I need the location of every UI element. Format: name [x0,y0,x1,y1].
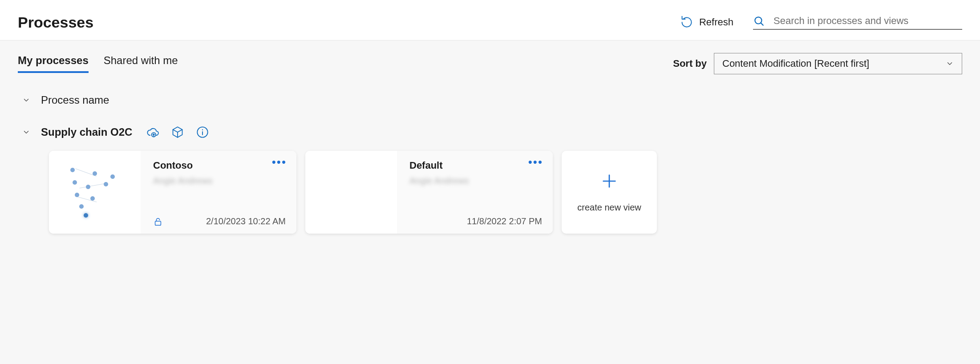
view-thumbnail [305,151,397,234]
view-date: 11/8/2022 2:07 PM [467,216,542,226]
search-field[interactable] [753,15,962,30]
sort-selected-value: Content Modification [Recent first] [722,58,869,69]
refresh-label: Refresh [699,16,733,28]
sort-control: Sort by Content Modification [Recent fir… [673,53,962,74]
page-title: Processes [18,14,93,31]
cloud-upload-icon[interactable] [146,126,159,138]
section-process-name-label: Process name [41,94,109,106]
create-new-view-button[interactable]: create new view [562,151,657,234]
process-name: Supply chain O2C [41,126,132,138]
refresh-icon [680,16,693,28]
tab-shared-with-me[interactable]: Shared with me [104,54,178,73]
view-card[interactable]: ••• Default Angie Andrews 11/8/2022 2:07… [305,151,553,234]
view-card-footer: 11/8/2022 2:07 PM [409,216,542,226]
view-title: Contoso [153,160,286,171]
tab-my-processes[interactable]: My processes [18,54,89,73]
svg-rect-7 [155,221,161,225]
package-icon[interactable] [171,126,184,138]
chevron-down-icon [22,96,30,104]
section-process-name[interactable]: Process name [18,94,962,106]
view-thumbnail [49,151,141,234]
view-card[interactable]: ••• Contoso Angie Andrews 2/10/2023 10:2… [49,151,296,234]
view-author: Angie Andrews [153,176,286,186]
sort-label: Sort by [673,58,707,69]
view-date: 2/10/2023 10:22 AM [206,216,286,226]
chevron-down-icon [22,128,30,136]
view-card-footer: 2/10/2023 10:22 AM [153,216,286,226]
refresh-button[interactable]: Refresh [680,16,733,28]
view-cards: ••• Contoso Angie Andrews 2/10/2023 10:2… [18,151,962,234]
view-author: Angie Andrews [409,176,542,186]
page-header: Processes Refresh [0,0,980,40]
info-icon[interactable] [196,126,209,138]
tabs-row: My processes Shared with me Sort by Cont… [18,53,962,74]
process-map-icon [61,163,128,221]
create-new-view-label: create new view [577,202,641,213]
sort-select[interactable]: Content Modification [Recent first] [714,53,962,74]
page-body: My processes Shared with me Sort by Cont… [0,40,980,364]
svg-point-6 [202,129,203,130]
view-card-meta: ••• Default Angie Andrews 11/8/2022 2:07… [397,151,553,234]
search-icon [753,15,765,27]
process-row-actions [146,126,209,138]
chevron-down-icon [946,60,954,68]
card-more-button[interactable]: ••• [528,160,543,164]
process-group-row[interactable]: Supply chain O2C [18,126,962,138]
tabs: My processes Shared with me [18,54,178,73]
search-input[interactable] [773,15,962,27]
plus-icon [600,172,618,192]
lock-icon [153,217,163,226]
svg-line-1 [761,23,763,25]
view-card-meta: ••• Contoso Angie Andrews 2/10/2023 10:2… [141,151,296,234]
card-more-button[interactable]: ••• [272,160,287,164]
view-title: Default [409,160,542,171]
